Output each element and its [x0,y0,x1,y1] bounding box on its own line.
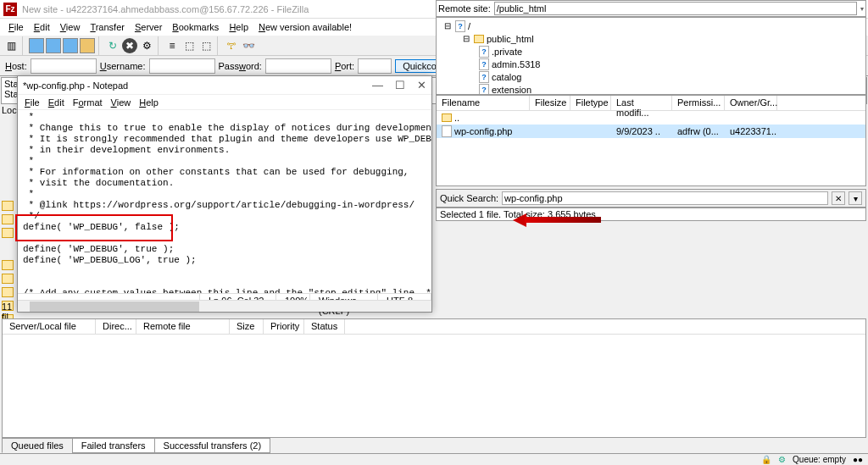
cert-icon: ⚙ [778,455,786,464]
tree-node[interactable]: / [468,21,470,31]
folder-icon [2,201,14,211]
folder-unknown-icon: ? [479,71,489,83]
toolbar-icon[interactable]: ⬚ [181,38,197,53]
notepad-menu-help[interactable]: Help [136,97,162,108]
file-permissions: adfrw (0... [672,126,725,136]
col-lastmod[interactable]: Last modifi... [611,96,672,110]
file-name: .. [454,113,459,123]
tree-node[interactable]: catalog [492,72,521,82]
app-logo: Fz [3,3,17,16]
file-row[interactable]: wp-config.php 9/9/2023 .. adfrw (0... u4… [437,125,865,138]
menu-view[interactable]: View [57,22,84,32]
username-input[interactable] [149,58,215,74]
menu-newversion[interactable]: New version available! [255,22,355,32]
tab-queued[interactable]: Queued files [2,438,73,453]
toolbar-cancel-icon[interactable]: ✖ [122,38,137,53]
queue-header: Server/Local file Direc... Remote file S… [3,319,865,335]
col-filetype[interactable]: Filetype [570,96,611,110]
menu-bookmarks[interactable]: Bookmarks [169,22,222,32]
toolbar-search-icon[interactable]: 👓 [241,38,256,53]
col-remotefile[interactable]: Remote file [136,319,230,334]
notepad-menu-edit[interactable]: Edit [45,97,68,108]
toolbar-icon[interactable]: ≡ [164,38,180,53]
remote-selection-status: Selected 1 file. Total size: 3,655 bytes [436,208,866,221]
folder-icon [2,260,14,270]
folder-unknown-icon: ? [455,20,465,32]
host-input[interactable] [31,58,97,74]
file-list-header: Filename Filesize Filetype Last modifi..… [437,96,865,111]
file-name: wp-config.php [454,126,513,136]
remote-path-input[interactable] [494,2,857,15]
notepad-minimize-button[interactable]: — [372,79,383,91]
local-site-label: Loca [2,105,15,115]
notepad-menu-file[interactable]: File [21,97,43,108]
tab-failed[interactable]: Failed transfers [72,438,155,453]
menu-transfer[interactable]: Transfer [86,22,128,32]
tree-node[interactable]: .private [492,47,522,57]
folder-icon [2,228,14,238]
col-owner[interactable]: Owner/Gr... [725,96,777,110]
collapse-icon[interactable]: ⊟ [442,20,453,31]
col-filesize[interactable]: Filesize [530,96,570,110]
notepad-maximize-button[interactable]: ☐ [395,79,405,91]
quick-search-clear[interactable]: ✕ [832,191,845,205]
notepad-title: *wp-config.php - Notepad [23,80,372,91]
remote-site-label: Remote site: [438,3,491,14]
file-modified: 9/9/2023 .. [611,126,672,136]
remote-tree[interactable]: ⊟?/ ⊟public_html ?.private ?admin.5318 ?… [436,17,866,95]
col-serverfile[interactable]: Server/Local file [3,319,96,334]
queue-indicator-icon: ●● [853,455,863,464]
col-filename[interactable]: Filename [437,96,530,110]
quick-search-options[interactable]: ▾ [849,191,862,205]
notepad-window: *wp-config.php - Notepad — ☐ ✕ File Edit… [17,75,432,313]
col-status[interactable]: Status [304,319,345,334]
tree-node[interactable]: admin.5318 [492,59,541,69]
password-input[interactable] [265,58,331,74]
folder-unknown-icon: ? [479,84,489,96]
queue-tabs: Queued files Failed transfers Successful… [2,438,270,453]
remote-file-list[interactable]: Filename Filesize Filetype Last modifi..… [436,95,866,186]
toolbar-icon[interactable] [29,38,44,53]
collapse-icon[interactable]: ⊟ [460,33,471,44]
tab-successful[interactable]: Successful transfers (2) [154,438,271,453]
file-row-parent[interactable]: .. [437,111,865,125]
notepad-text-area[interactable]: * * Change this to true to enable the di… [18,110,431,293]
dropdown-icon[interactable]: ▾ [860,5,864,13]
local-panel-edge: Loca 11 fil [2,105,15,349]
toolbar-sitemgr-icon[interactable]: ▥ [3,38,19,53]
notepad-menu-view[interactable]: View [108,97,135,108]
toolbar-icon[interactable]: ⬚ [198,38,214,53]
col-priority[interactable]: Priority [264,319,304,334]
toolbar-icon[interactable] [63,38,78,53]
toolbar-filter-icon[interactable]: 🝖 [224,38,239,53]
notepad-menu-format[interactable]: Format [70,97,106,108]
col-direction[interactable]: Direc... [96,319,136,334]
notepad-titlebar[interactable]: *wp-config.php - Notepad — ☐ ✕ [18,76,431,95]
tree-node[interactable]: extension [492,85,531,95]
notepad-scrollbar[interactable] [18,300,431,312]
statusbar: 🔒 ⚙ Queue: empty ●● [0,453,868,465]
folder-unknown-icon: ? [479,58,489,70]
menu-edit[interactable]: Edit [31,22,53,32]
col-size[interactable]: Size [230,319,264,334]
notepad-close-button[interactable]: ✕ [417,79,426,91]
menu-server[interactable]: Server [131,22,165,32]
folder-icon [442,113,452,122]
tree-node[interactable]: public_html [487,34,534,44]
folder-icon [2,287,14,297]
quick-search-input[interactable] [502,191,828,205]
toolbar-disconnect-icon[interactable]: ⚙ [139,38,154,53]
quick-search-bar: Quick Search: ✕ ▾ [436,189,866,208]
menu-file[interactable]: File [5,22,27,32]
folder-unknown-icon: ? [479,46,489,58]
port-label: Port: [335,61,354,71]
username-label: Username: [100,61,146,71]
folder-icon [474,35,484,43]
menu-help[interactable]: Help [225,22,252,32]
password-label: Password: [219,61,262,71]
toolbar-icon[interactable] [80,38,95,53]
col-perm[interactable]: Permissi... [672,96,725,110]
toolbar-icon[interactable] [46,38,61,53]
port-input[interactable] [358,58,392,74]
toolbar-refresh-icon[interactable]: ↻ [105,38,120,53]
